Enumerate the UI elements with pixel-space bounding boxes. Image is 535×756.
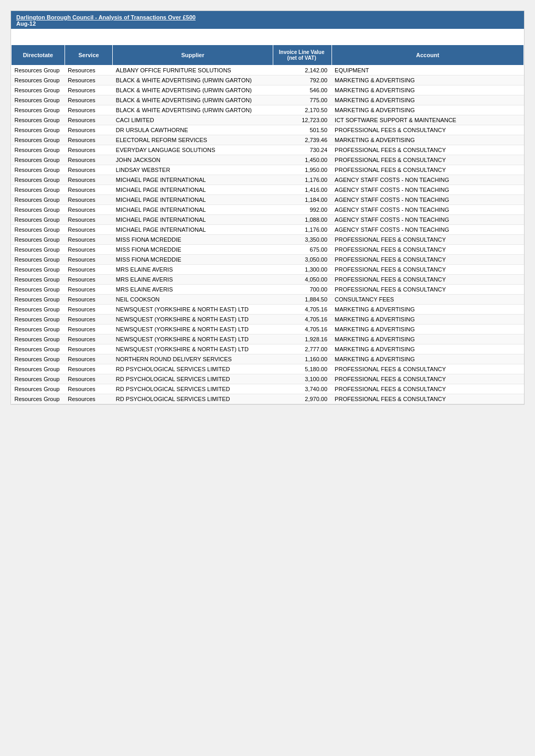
cell-service: Resources [65,175,113,185]
cell-supplier: MICHAEL PAGE INTERNATIONAL [113,195,273,205]
cell-directorate: Resources Group [12,125,65,135]
cell-directorate: Resources Group [12,145,65,155]
cell-supplier: NORTHERN ROUND DELIVERY SERVICES [113,354,273,364]
cell-account: PROFESSIONAL FEES & CONSULTANCY [331,275,523,285]
cell-supplier: MISS FIONA MCREDDIE [113,245,273,255]
cell-value: 12,723.00 [273,115,331,125]
cell-value: 4,705.16 [273,305,331,315]
cell-value: 2,170.50 [273,105,331,115]
cell-account: ICT SOFTWARE SUPPORT & MAINTENANCE [331,115,523,125]
cell-directorate: Resources Group [12,235,65,245]
table-row: Resources GroupResourcesNEWSQUEST (YORKS… [12,334,524,344]
cell-service: Resources [65,344,113,354]
cell-directorate: Resources Group [12,255,65,265]
table-row: Resources GroupResourcesMRS ELAINE AVERI… [12,275,524,285]
cell-value: 4,705.16 [273,325,331,334]
cell-directorate: Resources Group [12,195,65,205]
cell-account: PROFESSIONAL FEES & CONSULTANCY [331,384,523,394]
cell-supplier: NEWSQUEST (YORKSHIRE & NORTH EAST) LTD [113,315,273,325]
cell-value: 3,100.00 [273,374,331,384]
cell-value: 2,777.00 [273,344,331,354]
cell-service: Resources [65,155,113,165]
cell-directorate: Resources Group [12,265,65,275]
cell-directorate: Resources Group [12,225,65,235]
cell-account: PROFESSIONAL FEES & CONSULTANCY [331,285,523,295]
cell-service: Resources [65,325,113,334]
cell-account: PROFESSIONAL FEES & CONSULTANCY [331,125,523,135]
table-row: Resources GroupResourcesNEWSQUEST (YORKS… [12,315,524,325]
cell-service: Resources [65,105,113,115]
cell-account: MARKETING & ADVERTISING [331,75,523,85]
col-header-value: Invoice Line Value (net of VAT) [273,45,331,66]
cell-directorate: Resources Group [12,95,65,105]
cell-supplier: DR URSULA CAWTHORNE [113,125,273,135]
report-subtitle: Aug-12 [16,20,519,27]
cell-account: PROFESSIONAL FEES & CONSULTANCY [331,255,523,265]
table-row: Resources GroupResourcesELECTORAL REFORM… [12,135,524,145]
table-row: Resources GroupResourcesMICHAEL PAGE INT… [12,195,524,205]
cell-account: MARKETING & ADVERTISING [331,95,523,105]
cell-service: Resources [65,235,113,245]
cell-value: 4,705.16 [273,315,331,325]
cell-service: Resources [65,334,113,344]
cell-value: 3,350.00 [273,235,331,245]
col-header-supplier: Supplier [113,45,273,66]
table-row: Resources GroupResourcesMICHAEL PAGE INT… [12,215,524,225]
table-row: Resources GroupResourcesNEWSQUEST (YORKS… [12,325,524,334]
cell-supplier: LINDSAY WEBSTER [113,165,273,175]
cell-value: 3,050.00 [273,255,331,265]
cell-value: 2,739.46 [273,135,331,145]
table-row: Resources GroupResourcesMRS ELAINE AVERI… [12,285,524,295]
cell-value: 1,184.00 [273,195,331,205]
cell-service: Resources [65,374,113,384]
cell-value: 1,088.00 [273,215,331,225]
cell-supplier: BLACK & WHITE ADVERTISING (URWIN GARTON) [113,105,273,115]
cell-supplier: NEWSQUEST (YORKSHIRE & NORTH EAST) LTD [113,325,273,334]
cell-directorate: Resources Group [12,364,65,374]
cell-supplier: MICHAEL PAGE INTERNATIONAL [113,215,273,225]
cell-value: 700.00 [273,285,331,295]
cell-value: 1,928.16 [273,334,331,344]
cell-account: PROFESSIONAL FEES & CONSULTANCY [331,165,523,175]
cell-service: Resources [65,215,113,225]
cell-directorate: Resources Group [12,66,65,75]
cell-value: 2,970.00 [273,394,331,404]
table-row: Resources GroupResourcesNEWSQUEST (YORKS… [12,305,524,315]
col-header-service: Service [65,45,113,66]
report-title: Darlington Borough Council - Analysis of… [16,14,519,20]
cell-service: Resources [65,135,113,145]
cell-directorate: Resources Group [12,354,65,364]
table-row: Resources GroupResourcesCACI LIMITED12,7… [12,115,524,125]
cell-directorate: Resources Group [12,374,65,384]
cell-value: 1,300.00 [273,265,331,275]
cell-directorate: Resources Group [12,165,65,175]
table-row: Resources GroupResourcesDR URSULA CAWTHO… [12,125,524,135]
cell-supplier: BLACK & WHITE ADVERTISING (URWIN GARTON) [113,85,273,95]
report-container: Darlington Borough Council - Analysis of… [10,10,525,405]
table-row: Resources GroupResourcesRD PSYCHOLOGICAL… [12,384,524,394]
cell-supplier: NEWSQUEST (YORKSHIRE & NORTH EAST) LTD [113,334,273,344]
cell-account: PROFESSIONAL FEES & CONSULTANCY [331,145,523,155]
cell-account: AGENCY STAFF COSTS - NON TEACHING [331,225,523,235]
cell-service: Resources [65,85,113,95]
table-row: Resources GroupResourcesMRS ELAINE AVERI… [12,265,524,275]
cell-supplier: CACI LIMITED [113,115,273,125]
cell-value: 1,950.00 [273,165,331,175]
cell-account: MARKETING & ADVERTISING [331,334,523,344]
table-row: Resources GroupResourcesALBANY OFFICE FU… [12,66,524,75]
cell-account: AGENCY STAFF COSTS - NON TEACHING [331,185,523,195]
cell-supplier: NEWSQUEST (YORKSHIRE & NORTH EAST) LTD [113,344,273,354]
cell-value: 792.00 [273,75,331,85]
table-header-row: Directotate Service Supplier Invoice Lin… [12,45,524,66]
spacer [11,29,524,45]
table-row: Resources GroupResourcesEVERYDAY LANGUAG… [12,145,524,155]
cell-value: 1,450.00 [273,155,331,165]
table-body: Resources GroupResourcesALBANY OFFICE FU… [12,66,524,404]
cell-account: MARKETING & ADVERTISING [331,85,523,95]
cell-account: MARKETING & ADVERTISING [331,305,523,315]
cell-account: MARKETING & ADVERTISING [331,325,523,334]
cell-service: Resources [65,225,113,235]
cell-account: MARKETING & ADVERTISING [331,105,523,115]
cell-service: Resources [65,95,113,105]
cell-account: AGENCY STAFF COSTS - NON TEACHING [331,215,523,225]
